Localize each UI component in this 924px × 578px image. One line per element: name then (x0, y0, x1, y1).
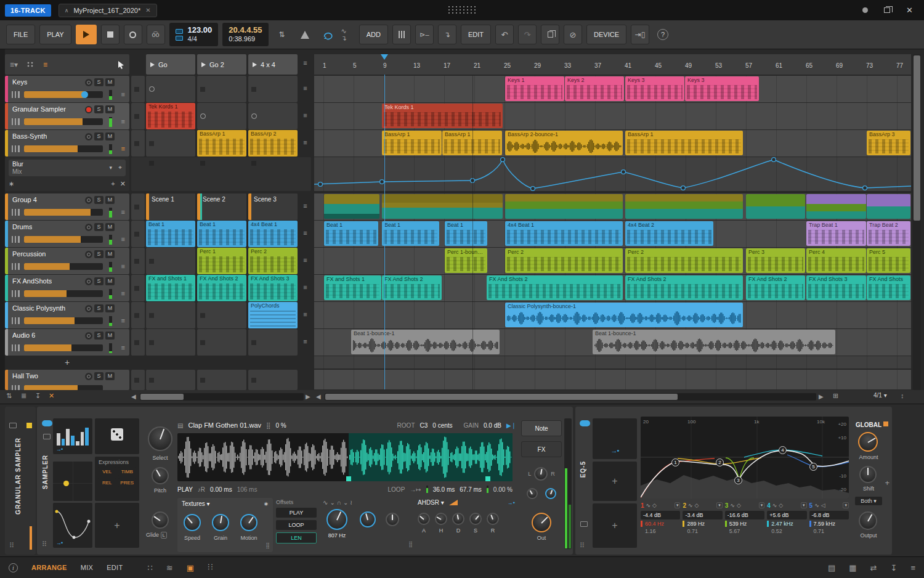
chevron-down-icon[interactable]: ▾ (675, 502, 681, 508)
position-display[interactable]: 20.4.4.55 0:38.969 (222, 23, 268, 46)
modulator-xy[interactable] (53, 462, 92, 501)
track-header-granular-sampler[interactable]: Granular Sampler SM ≡ (5, 103, 129, 129)
launcher-clip[interactable]: 4x4 Beat 1 (248, 221, 298, 247)
loop-mode-label[interactable]: LOOP (388, 486, 405, 493)
filter-res-knob[interactable] (360, 511, 376, 527)
scrollbar-thumb[interactable] (325, 394, 678, 400)
filter-mix-knob[interactable] (386, 513, 399, 526)
solo-button[interactable]: S (94, 132, 103, 140)
group-clip-region[interactable] (324, 194, 379, 219)
pointer-tool-icon[interactable] (118, 60, 124, 69)
offset-play-button[interactable]: PLAY (276, 508, 317, 518)
eq-curve-display[interactable]: 20 100 1k 10k +20 +10 -10 -20 1 2 3 4 5 (641, 417, 849, 499)
redo-button[interactable]: ↷ (518, 25, 537, 44)
record-arm-button[interactable] (85, 305, 92, 312)
swap-view-icon[interactable]: ⇅ (6, 392, 12, 400)
clip-stop-button[interactable] (131, 130, 145, 157)
arranger-clip[interactable]: FX And Shots (867, 275, 910, 300)
volume-slider[interactable] (24, 209, 103, 216)
play-mode-label[interactable]: PLAY (177, 486, 193, 493)
volume-slider[interactable] (24, 290, 103, 297)
launcher-clip[interactable]: Beat 1 (146, 221, 195, 247)
decay-knob[interactable] (452, 513, 464, 525)
add-button[interactable]: ADD (359, 25, 388, 44)
record-arm-button[interactable] (85, 79, 92, 86)
automation-follow-group[interactable]: ∿↴ (341, 28, 347, 42)
expression-timb[interactable]: TIMB (118, 467, 137, 476)
loop-button[interactable] (318, 25, 337, 44)
band-shape-icon[interactable]: ∿ (772, 502, 777, 508)
attack-knob[interactable] (418, 513, 430, 525)
arranger-clip[interactable]: Classic Polysynth-bounce-1 (505, 303, 743, 327)
clip-slot[interactable]: Perc 1 (197, 248, 246, 274)
band-freq-value[interactable]: 60.4 Hz (641, 521, 680, 527)
record-arm-button[interactable] (85, 106, 92, 113)
vertical-scrollbar[interactable] (913, 54, 921, 390)
pin-icon[interactable]: ⌖ (118, 164, 122, 171)
band-q-value[interactable]: 0.71 (809, 528, 849, 534)
clip-stop-button[interactable] (131, 221, 145, 247)
arranger-clip[interactable]: Tek Kords 1 (382, 104, 503, 128)
add-device-button[interactable]: + (885, 478, 890, 487)
select-knob[interactable] (148, 426, 172, 451)
launcher-clip[interactable]: PolyChords (248, 302, 298, 328)
device-selector[interactable]: Blur Mix ▾ ⌖ (9, 160, 126, 176)
close-project-icon[interactable]: ✕ (145, 7, 150, 14)
link-icon[interactable]: ≋ (166, 563, 173, 572)
project-tab[interactable]: ∧ MyProject_16T_2020* ✕ (59, 4, 157, 17)
info-icon[interactable]: i (9, 563, 18, 572)
arranger-clip[interactable]: Perc 4 (806, 248, 866, 273)
eq-band-handle-3[interactable]: 3 (734, 476, 742, 484)
clip-slot[interactable]: BassArp 2 (248, 130, 298, 157)
clip-slot[interactable] (197, 370, 246, 390)
position-time[interactable]: 0:38.969 (229, 35, 262, 44)
layers-icon[interactable]: ≡ (121, 263, 125, 270)
clip-slot[interactable]: Beat 1 (197, 221, 246, 247)
launcher-clip[interactable]: Tek Kords 1 (146, 103, 195, 129)
launcher-grid-icon[interactable] (26, 61, 34, 68)
arranger-clip[interactable]: Keys 3 (685, 76, 759, 101)
out-knob[interactable] (532, 513, 551, 532)
clip-slot[interactable]: PolyChords (248, 302, 298, 328)
layers-icon[interactable]: ≡ (121, 91, 125, 98)
launcher-clip[interactable]: Scene 3 (248, 193, 298, 220)
automation-lane[interactable] (314, 157, 911, 191)
bounce-button[interactable]: ↴ (438, 25, 456, 44)
chevron-down-icon[interactable]: ▾ (801, 502, 807, 508)
mode-selector[interactable]: Both ▾ (855, 497, 882, 505)
punch-button[interactable]: ⇅ (273, 25, 291, 44)
glide-knob[interactable] (152, 511, 169, 529)
track-header-percussion[interactable]: Percussion SM ≡ (5, 248, 129, 274)
mute-button[interactable]: M (105, 196, 115, 204)
band-freq-value[interactable]: 289 Hz (683, 521, 722, 527)
arranger-clip[interactable]: Beat 1 (324, 221, 378, 246)
scene-menu-icon[interactable]: ≡ (299, 59, 311, 67)
tempo-value[interactable]: 123.00 (188, 25, 213, 35)
arranger-clip[interactable]: FX And Shots 2 (625, 275, 743, 300)
volume-slider[interactable] (24, 385, 103, 390)
slider-handle[interactable] (81, 91, 88, 98)
width-knob[interactable] (545, 488, 556, 499)
gain-value[interactable]: 0.0 dB (484, 422, 501, 429)
cents-value[interactable]: 0 cents (432, 422, 452, 429)
add-lane-button[interactable]: + (111, 180, 115, 187)
solo-button[interactable]: S (94, 332, 103, 340)
band-shape-icon[interactable]: ∿ (688, 502, 693, 508)
band-freq-value[interactable]: 7.59 kHz (809, 521, 849, 527)
tab-fx[interactable]: FX (521, 441, 562, 457)
scene-header-go2[interactable]: Go 2 (197, 54, 246, 75)
arranger-clip[interactable]: Keys 1 (505, 76, 564, 101)
loop-arrows-icon[interactable]: →↦ (410, 486, 421, 493)
file-panel-icon[interactable]: ▦ (849, 563, 856, 572)
track-header-hall-two[interactable]: Hall Two SM (5, 370, 129, 390)
volume-slider[interactable] (24, 91, 103, 98)
clip-slot[interactable]: FX And Shots 2 (197, 275, 246, 301)
band-shape-icon[interactable]: ∿ (730, 502, 735, 508)
track-menu-icon[interactable]: ≡ (299, 84, 311, 92)
arranger-clip[interactable]: Perc 3 (746, 248, 805, 273)
autoplay-icon[interactable]: ▶❘ (506, 422, 516, 429)
eq-band-handle-1[interactable]: 1 (671, 458, 679, 466)
clip-slot[interactable]: Tek Kords 1 (146, 103, 195, 129)
scene-play-icon[interactable] (253, 62, 257, 67)
clip-slot[interactable]: FX And Shots 3 (248, 275, 298, 301)
